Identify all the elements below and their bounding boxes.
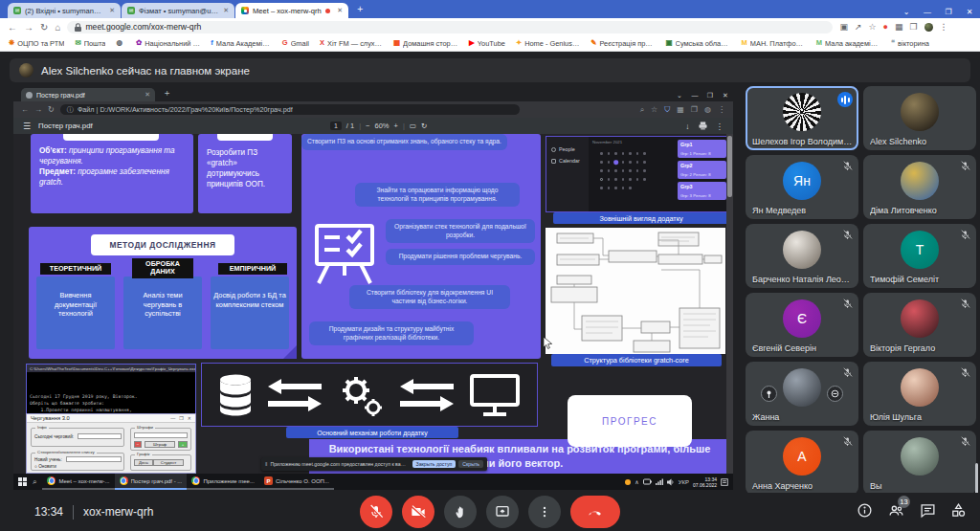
participant-tile[interactable]: Шелехов Ігор Володимир...	[746, 86, 858, 150]
network-icon	[656, 478, 663, 485]
present-screen-button[interactable]	[486, 496, 519, 528]
bookmark-item[interactable]: ◍	[116, 39, 125, 47]
chrome-profile-chevron[interactable]: ⌄	[896, 8, 917, 16]
bookmarks-bar: ❋ ОЦПО та РТМ ✉ Пошта ◍ ✿ Національний е…	[0, 35, 980, 52]
participant-tile[interactable]: Alex Silchenko	[863, 86, 976, 150]
home-icon[interactable]: ⌂	[55, 22, 60, 33]
bookmark-label: Мала Академія На...	[216, 39, 272, 48]
stop-sharing-button[interactable]: Закрыть доступ	[412, 460, 457, 468]
browser-tab-fizmat[interactable]: ✉ Фізмат • sumyman@ukr.net ✕	[122, 3, 234, 18]
mic-toggle-button[interactable]	[360, 496, 392, 528]
participant-name: Вікторія Гергало	[870, 343, 970, 353]
notification-center-icon[interactable]	[721, 478, 728, 486]
battery-icon	[643, 478, 652, 485]
taskbar-app-button[interactable]: Meet – xox-merw-...	[42, 474, 114, 490]
tray-expand-icon[interactable]: ∧	[635, 478, 638, 485]
browser-address-bar: ← → ↻ ⌂ meet.google.com/xox-merw-qrh ▣ ↗…	[0, 18, 980, 35]
maximize-button[interactable]: ❐	[938, 8, 959, 16]
pdf-title: Постер грач.pdf	[38, 122, 93, 130]
meeting-details-button[interactable]	[857, 502, 873, 522]
bookmark-star-icon[interactable]: ☆	[869, 22, 877, 32]
pin-participant-button[interactable]	[761, 386, 777, 402]
avatar	[901, 299, 939, 338]
forward-icon[interactable]: →	[24, 22, 33, 33]
bookmark-item[interactable]: ✿ Національний еко...	[136, 39, 200, 48]
bookmark-item[interactable]: ❋ ОЦПО та РТМ	[9, 39, 64, 48]
tab-close-icon[interactable]: ✕	[337, 7, 343, 14]
participant-tile[interactable]: Вы	[863, 431, 976, 494]
activities-button[interactable]	[950, 502, 967, 522]
mic-muted-icon	[960, 299, 970, 309]
bookmark-item[interactable]: ✎ Реєстрація проекті...	[590, 39, 655, 48]
tray-app-icon[interactable]	[625, 479, 631, 485]
mechanism-caption: Основний механізм роботи додатку	[286, 427, 458, 438]
bookmark-item[interactable]: М МАН. Платформа	[742, 39, 806, 48]
browser-tab-inbox[interactable]: ✉ (2) Вхідні • sumyman@ukr.net ✕	[8, 3, 121, 18]
participant-tile[interactable]: Барченко Наталія Леоніді...	[746, 224, 858, 288]
bookmark-item[interactable]: f Мала Академія На...	[211, 39, 272, 48]
bookmark-item[interactable]: ▦ Домашня сторінка...	[393, 39, 458, 48]
start-button-icon[interactable]	[18, 477, 27, 486]
hide-notification-button[interactable]: Скрыть	[458, 460, 483, 468]
close-button[interactable]: ✕	[959, 8, 980, 16]
minimize-button[interactable]: —	[917, 8, 938, 16]
fine-button: Штраф	[145, 441, 175, 448]
extensions-puzzle-icon[interactable]: ▦	[895, 22, 903, 32]
bookmark-item[interactable]: ✉ Пошта	[75, 39, 105, 48]
record-extension-icon[interactable]: ●	[883, 22, 888, 32]
browser-menu-icon[interactable]: ⋮	[940, 22, 948, 32]
form-group-info: Інфо Сьогодні черговий:	[31, 428, 124, 447]
reload-icon[interactable]: ↻	[40, 22, 48, 33]
url-field[interactable]: meet.google.com/xox-merw-qrh	[67, 21, 833, 33]
mail-favicon: ✉	[127, 7, 135, 14]
avatar	[901, 368, 939, 407]
leave-call-button[interactable]	[570, 496, 620, 528]
pdf-scrollbar[interactable]	[726, 134, 733, 474]
remove-participant-button[interactable]	[827, 386, 843, 402]
participant-tile[interactable]: Т Тимофій Семеліт	[863, 224, 976, 288]
call-controls	[360, 496, 620, 528]
bookmark-item[interactable]: X Хіт FM — слухати о...	[320, 39, 383, 48]
taskbar-app-button[interactable]: Приложение mee...	[187, 474, 259, 490]
bookmark-item[interactable]: ❝ вікторина	[891, 39, 929, 48]
participant-tile[interactable]: А Анна Харченко	[746, 431, 858, 494]
participant-tile[interactable]: Вікторія Гергало	[863, 293, 976, 357]
participant-tile[interactable]: Ян Ян Медведев	[746, 155, 858, 219]
browser-tab-meet-active[interactable]: Meet – xox-merw-qrh ✕	[235, 3, 348, 18]
bookmark-item[interactable]: ✦ Home - Genius Oly...	[516, 39, 580, 48]
bookmark-item[interactable]: М Мала академія нау...	[816, 39, 880, 48]
tray-clock[interactable]: 13:34 07.06.2022	[693, 476, 717, 488]
new-tab-button[interactable]: ＋	[355, 2, 365, 15]
share-icon[interactable]: ↗	[855, 22, 862, 32]
taskbar-app-button[interactable]: P Сільченко О. ООП...	[259, 474, 334, 490]
page-total: / 1	[346, 122, 354, 130]
mail-favicon: ✉	[13, 7, 21, 14]
participant-tile[interactable]: Жанна	[746, 362, 858, 426]
more-options-button[interactable]	[528, 496, 561, 528]
bookmark-item[interactable]: ▶ YouTube	[469, 39, 505, 48]
bookmark-item[interactable]: G Gmail	[282, 39, 309, 48]
taskbar-search-icon[interactable]: ⌕	[33, 477, 36, 487]
pdf-more-icon: ⋮	[716, 122, 724, 131]
participant-tile[interactable]: Діма Литовченко	[863, 155, 976, 219]
shared-screen[interactable]: Постер грач.pdf ✕ ＋ ⌄—❐✕ ←→↻ ⓘ Файл | D:…	[13, 86, 733, 490]
raise-hand-button[interactable]	[444, 496, 477, 528]
tab-close-icon[interactable]: ✕	[223, 7, 229, 14]
avatar: Ян	[783, 162, 821, 200]
bookmark-item[interactable]: ▣ Сумська область -...	[665, 39, 730, 48]
participant-tile[interactable]: Є Євгеній Северін	[746, 293, 858, 357]
participants-panel-button[interactable]: 13	[887, 502, 905, 522]
tab-close-icon[interactable]: ✕	[109, 7, 115, 14]
back-icon[interactable]: ←	[8, 22, 17, 33]
task-bubble: Організувати стек технологій для подальш…	[386, 219, 535, 243]
bookmark-favicon: ▶	[469, 39, 475, 47]
side-panel-icon[interactable]: ❐	[910, 22, 918, 32]
profile-avatar[interactable]	[924, 23, 933, 32]
participant-tile[interactable]: Юлія Шульга	[863, 362, 976, 426]
chat-panel-button[interactable]	[920, 502, 936, 522]
camera-toggle-button[interactable]	[402, 496, 434, 528]
language-indicator[interactable]: УКР	[679, 479, 689, 485]
camera-indicator-icon[interactable]: ▣	[839, 22, 848, 32]
taskbar-app-button[interactable]: Постер грач.pdf - ...	[115, 474, 188, 490]
bookmark-label: Пошта	[84, 39, 106, 48]
